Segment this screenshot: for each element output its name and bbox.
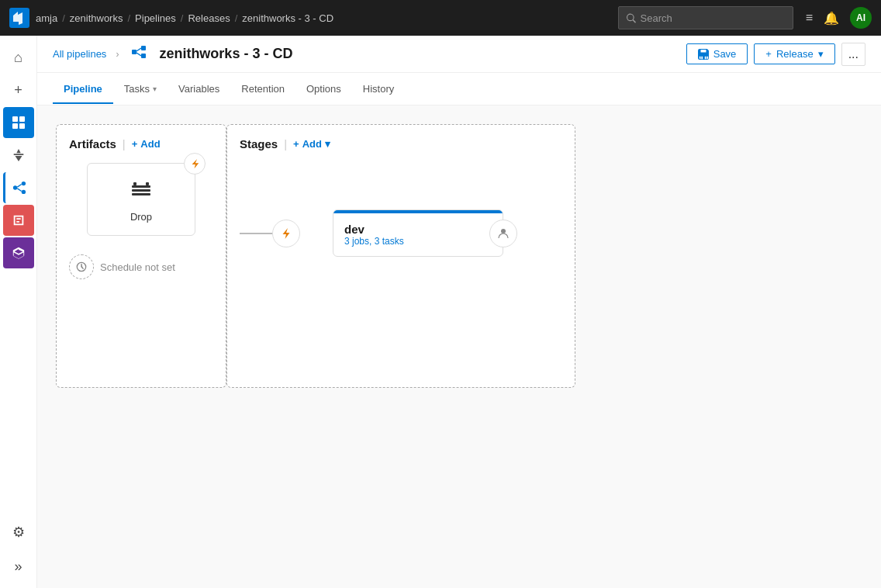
sidebar-item-add[interactable]: +: [3, 74, 34, 105]
svg-rect-10: [132, 50, 136, 54]
sidebar-item-testplans[interactable]: [3, 205, 34, 236]
svg-rect-3: [12, 123, 18, 129]
stage-lightning-icon: [280, 227, 292, 240]
stages-box: Stages | + Add ▾: [226, 124, 575, 388]
stages-add-label: Add: [302, 138, 322, 150]
stages-add-link[interactable]: + Add ▾: [293, 138, 330, 150]
stage-card-dev[interactable]: dev 3 jobs, 3 tasks: [333, 209, 503, 257]
search-box[interactable]: [618, 6, 793, 29]
page-title: zenithworks - 3 - CD: [159, 46, 292, 62]
artifacts-title: Artifacts: [69, 137, 116, 150]
svg-line-14: [136, 53, 141, 56]
main-layout: ⌂ + ⚙ » All pipelines › zen: [0, 36, 881, 588]
svg-rect-18: [133, 182, 136, 185]
more-options-button[interactable]: ...: [841, 43, 865, 66]
pipeline-canvas: Artifacts | + Add: [37, 105, 881, 588]
sidebar-item-home[interactable]: ⌂: [3, 42, 34, 73]
more-icon: ...: [848, 47, 859, 61]
svg-point-6: [22, 182, 26, 185]
artifact-card[interactable]: Drop: [87, 163, 195, 236]
svg-rect-16: [132, 189, 150, 192]
svg-line-8: [17, 185, 21, 188]
sidebar-item-artifacts[interactable]: [3, 237, 34, 268]
svg-rect-15: [132, 185, 150, 188]
content-area: All pipelines › zenithworks - 3 - CD Sav…: [37, 36, 881, 588]
clock-icon: [76, 261, 87, 272]
search-input[interactable]: [641, 12, 785, 24]
svg-point-7: [22, 190, 26, 194]
release-label: Release: [776, 48, 814, 60]
svg-line-13: [136, 48, 141, 51]
sidebar-item-repos[interactable]: [3, 140, 34, 171]
stage-meta: 3 jobs, 3 tasks: [344, 236, 492, 247]
stages-header: Stages | + Add ▾: [240, 137, 562, 150]
avatar[interactable]: AI: [850, 7, 872, 29]
sidebar-item-boards[interactable]: [3, 107, 34, 138]
add-label: Add: [140, 138, 160, 150]
topbar-icons: ≡ 🔔 AI: [806, 7, 872, 29]
tab-options[interactable]: Options: [295, 75, 352, 104]
artifact-type-icon: [129, 176, 154, 206]
plus-icon: +: [765, 48, 772, 60]
breadcrumb-amja[interactable]: amja: [36, 12, 57, 24]
breadcrumb-releases[interactable]: Releases: [188, 12, 230, 24]
save-button[interactable]: Save: [686, 43, 748, 64]
tabs-bar: Pipeline Tasks ▾ Variables Retention Opt…: [37, 73, 881, 105]
svg-rect-12: [141, 54, 146, 58]
tab-history[interactable]: History: [352, 75, 405, 104]
breadcrumb: amja / zenithworks / Pipelines / Release…: [36, 12, 612, 24]
svg-rect-2: [19, 116, 25, 122]
tab-retention[interactable]: Retention: [230, 75, 295, 104]
bell-icon[interactable]: 🔔: [824, 11, 839, 26]
search-icon: [627, 13, 636, 23]
schedule-label: Schedule not set: [100, 261, 175, 273]
breadcrumb-pipelines[interactable]: Pipelines: [135, 12, 176, 24]
sidebar: ⌂ + ⚙ »: [0, 36, 37, 588]
pipeline-row: Artifacts | + Add: [56, 124, 862, 388]
release-chevron: ▾: [818, 48, 824, 60]
svg-rect-4: [19, 123, 25, 129]
artifacts-add-link[interactable]: + Add: [132, 138, 161, 150]
tasks-chevron: ▾: [153, 85, 157, 93]
svg-point-21: [501, 229, 506, 233]
stages-inner: dev 3 jobs, 3 tasks: [240, 163, 562, 303]
azure-devops-logo[interactable]: [9, 8, 29, 28]
breadcrumb-chevron: ›: [116, 49, 119, 60]
all-pipelines-link[interactable]: All pipelines: [53, 48, 106, 60]
breadcrumb-zenithworks[interactable]: zenithworks: [70, 12, 123, 24]
artifact-badge: [184, 153, 206, 175]
sidebar-bottom: ⚙ »: [3, 517, 34, 582]
stages-chevron: ▾: [325, 138, 330, 150]
artifact-label: Drop: [130, 211, 152, 223]
breadcrumb-current: zenithworks - 3 - CD: [242, 12, 333, 24]
expand-icon[interactable]: »: [3, 551, 34, 582]
stage-approvers-button[interactable]: [489, 220, 517, 247]
settings-icon[interactable]: ⚙: [3, 517, 34, 548]
tab-pipeline[interactable]: Pipeline: [53, 75, 113, 104]
stage-trigger-btn[interactable]: [272, 220, 300, 247]
sidebar-item-pipelines[interactable]: [3, 172, 34, 203]
artifacts-box: Artifacts | + Add: [56, 124, 226, 388]
pipeline-icon: [131, 44, 147, 64]
schedule-area: Schedule not set: [69, 254, 213, 279]
tab-tasks[interactable]: Tasks ▾: [113, 75, 168, 104]
tab-variables[interactable]: Variables: [168, 75, 230, 104]
stages-add-plus-icon: +: [293, 138, 299, 150]
release-button[interactable]: + Release ▾: [754, 43, 834, 64]
stage-info: dev 3 jobs, 3 tasks: [344, 223, 492, 247]
artifacts-header: Artifacts | + Add: [69, 137, 213, 150]
svg-rect-17: [132, 193, 150, 195]
stage-card-wrapper: dev 3 jobs, 3 tasks: [286, 209, 503, 257]
stage-name: dev: [344, 223, 492, 236]
add-plus-icon: +: [132, 138, 138, 150]
save-icon: [698, 49, 709, 60]
stage-card-body: dev 3 jobs, 3 tasks: [333, 213, 503, 256]
svg-line-9: [17, 189, 21, 192]
svg-rect-19: [146, 182, 149, 185]
topbar: amja / zenithworks / Pipelines / Release…: [0, 0, 881, 36]
header-actions: Save + Release ▾ ...: [686, 43, 865, 66]
list-icon[interactable]: ≡: [806, 11, 813, 25]
schedule-icon[interactable]: [69, 254, 94, 279]
save-label: Save: [713, 48, 737, 60]
person-icon: [497, 227, 510, 240]
